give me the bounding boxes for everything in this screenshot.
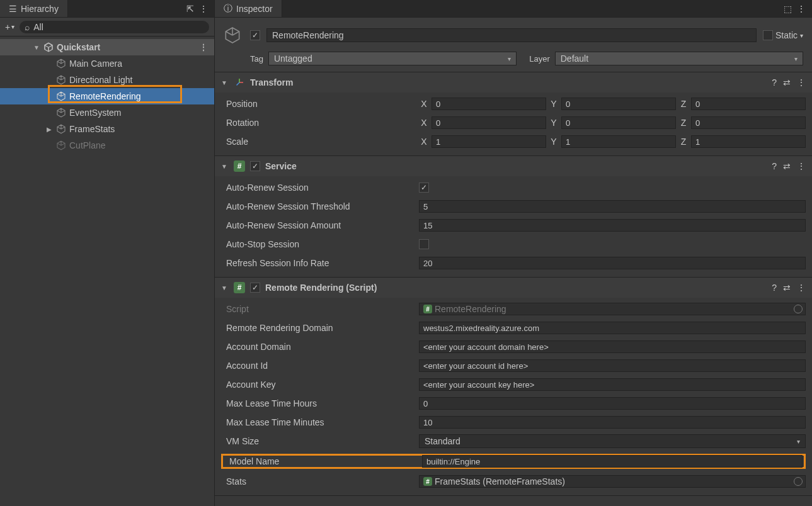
service-title: Service xyxy=(265,161,767,171)
add-button[interactable]: + ▾ xyxy=(5,22,14,32)
transform-icon xyxy=(234,77,245,88)
z-label[interactable]: Z xyxy=(678,99,689,109)
foldout-icon[interactable]: ▼ xyxy=(221,284,229,291)
scale-y-input[interactable] xyxy=(561,135,676,148)
preset-icon[interactable]: ⇄ xyxy=(783,161,791,171)
object-picker-icon[interactable] xyxy=(794,477,803,486)
static-checkbox[interactable] xyxy=(763,30,773,40)
tree-item-main-camera[interactable]: Main Camera xyxy=(0,55,214,72)
dropdown-arrow-icon: ▾ xyxy=(794,55,798,62)
menu-icon[interactable]: ⋮ xyxy=(797,283,806,293)
account-id-input[interactable] xyxy=(419,359,806,372)
max-hours-input[interactable] xyxy=(419,397,806,410)
z-label[interactable]: Z xyxy=(678,118,689,128)
x-label[interactable]: X xyxy=(419,99,429,109)
hierarchy-tab[interactable]: ☰ Hierarchy xyxy=(0,0,68,17)
help-icon[interactable]: ? xyxy=(772,77,777,87)
active-checkbox[interactable]: ✓ xyxy=(250,30,260,40)
stats-value: FrameStats (RemoteFrameStats) xyxy=(435,476,565,486)
rotation-z-input[interactable] xyxy=(691,116,806,129)
account-id-label: Account Id xyxy=(221,361,416,371)
tree-item-label: EventSystem xyxy=(69,108,121,118)
tag-dropdown[interactable]: Untagged ▾ xyxy=(268,52,517,65)
scene-row[interactable]: ▼ Quickstart ⋮ xyxy=(0,39,214,55)
enabled-checkbox[interactable]: ✓ xyxy=(250,161,260,171)
hierarchy-toolbar: + ▾ ⌕ All xyxy=(0,18,214,37)
y-label[interactable]: Y xyxy=(549,99,559,109)
account-key-input[interactable] xyxy=(419,378,806,391)
scale-row: Scale X Y Z xyxy=(221,134,806,149)
dropdown-arrow-icon: ▾ xyxy=(508,55,511,62)
model-name-input[interactable] xyxy=(422,455,803,468)
threshold-input[interactable] xyxy=(419,200,806,213)
tree-item-directional-light[interactable]: Directional Light xyxy=(0,72,214,88)
tree-item-label: Main Camera xyxy=(69,59,122,69)
foldout-icon[interactable]: ▼ xyxy=(221,79,229,86)
menu-icon[interactable]: ⋮ xyxy=(797,161,806,171)
service-header[interactable]: ▼ # ✓ Service ? ⇄ ⋮ xyxy=(215,156,812,176)
transform-header[interactable]: ▼ Transform ? ⇄ ⋮ xyxy=(215,72,812,93)
max-minutes-input[interactable] xyxy=(419,416,806,429)
search-input[interactable]: ⌕ All xyxy=(20,21,209,33)
rotation-label: Rotation xyxy=(221,118,416,128)
help-icon[interactable]: ? xyxy=(772,161,777,171)
position-x-input[interactable] xyxy=(432,98,546,110)
position-z-input[interactable] xyxy=(691,98,806,110)
tree-item-label: Directional Light xyxy=(69,75,132,85)
layer-dropdown[interactable]: Default ▾ xyxy=(555,52,803,65)
refresh-input[interactable] xyxy=(419,257,806,269)
hierarchy-panel: ☰ Hierarchy ⇱ ⋮ + ▾ ⌕ All ▼ Quickstart ⋮ xyxy=(0,0,215,506)
z-label[interactable]: Z xyxy=(678,137,689,147)
auto-renew-checkbox[interactable]: ✓ xyxy=(419,183,429,193)
scale-z-input[interactable] xyxy=(691,135,806,148)
script-icon: # xyxy=(234,282,245,293)
rotation-x-input[interactable] xyxy=(432,116,546,129)
remote-rendering-title: Remote Rendering (Script) xyxy=(265,283,767,293)
preset-icon[interactable]: ⇄ xyxy=(783,283,791,293)
menu-icon[interactable]: ⋮ xyxy=(797,4,806,14)
position-y-input[interactable] xyxy=(561,98,676,110)
tree-item-event-system[interactable]: EventSystem xyxy=(0,104,214,121)
remote-rendering-header[interactable]: ▼ # ✓ Remote Rendering (Script) ? ⇄ ⋮ xyxy=(215,278,812,298)
enabled-checkbox[interactable]: ✓ xyxy=(250,283,260,293)
domain-input[interactable] xyxy=(419,322,806,334)
auto-stop-label: Auto-Stop Session xyxy=(221,239,416,249)
tree-item-remote-rendering[interactable]: RemoteRendering xyxy=(0,88,214,104)
gameobject-icon xyxy=(55,107,67,118)
stats-field[interactable]: #FrameStats (RemoteFrameStats) xyxy=(419,475,806,488)
rotation-y-input[interactable] xyxy=(561,116,676,129)
x-label[interactable]: X xyxy=(419,118,429,128)
dropdown-arrow-icon[interactable]: ▾ xyxy=(800,32,803,39)
foldout-icon[interactable]: ▼ xyxy=(221,163,229,170)
y-label[interactable]: Y xyxy=(549,137,559,147)
script-field[interactable]: #RemoteRendering xyxy=(419,303,806,315)
scene-menu-icon[interactable]: ⋮ xyxy=(199,42,208,52)
foldout-icon[interactable]: ▼ xyxy=(33,44,40,51)
scene-name: Quickstart xyxy=(57,42,100,52)
lock-icon[interactable]: ⬚ xyxy=(784,4,792,14)
max-hours-label: Max Lease Time Hours xyxy=(221,398,416,408)
tree-item-cut-plane[interactable]: CutPlane xyxy=(0,137,214,154)
y-label[interactable]: Y xyxy=(549,118,559,128)
remote-rendering-component: ▼ # ✓ Remote Rendering (Script) ? ⇄ ⋮ Sc… xyxy=(215,278,812,496)
menu-icon[interactable]: ⋮ xyxy=(199,4,208,14)
tree-item-frame-stats[interactable]: ▶ FrameStats xyxy=(0,121,214,137)
amount-label: Auto-Renew Session Amount xyxy=(221,220,416,230)
account-domain-input[interactable] xyxy=(419,340,806,353)
list-icon: ☰ xyxy=(9,4,17,14)
amount-input[interactable] xyxy=(419,219,806,232)
vm-size-value: Standard xyxy=(425,436,460,446)
foldout-icon[interactable]: ▶ xyxy=(45,126,53,133)
scale-x-input[interactable] xyxy=(432,135,546,148)
preset-icon[interactable]: ⇄ xyxy=(783,77,791,87)
popout-icon[interactable]: ⇱ xyxy=(186,4,194,14)
inspector-tab[interactable]: ⓘ Inspector xyxy=(215,0,282,17)
object-name-input[interactable] xyxy=(266,28,757,42)
help-icon[interactable]: ? xyxy=(772,283,777,293)
menu-icon[interactable]: ⋮ xyxy=(797,77,806,87)
gameobject-icon xyxy=(55,91,67,102)
object-picker-icon[interactable] xyxy=(794,305,803,313)
vm-size-dropdown[interactable]: Standard▾ xyxy=(419,434,806,448)
x-label[interactable]: X xyxy=(419,137,429,147)
auto-stop-checkbox[interactable] xyxy=(419,239,429,249)
